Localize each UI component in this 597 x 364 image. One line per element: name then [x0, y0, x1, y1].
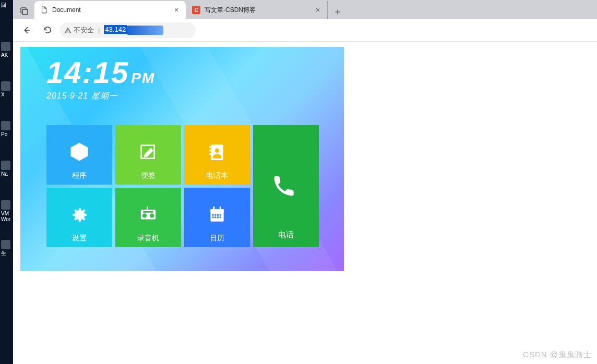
tabstrip: Document × C 写文章-CSDN博客 × ＋ — [13, 0, 597, 19]
desk-label: X — [1, 92, 13, 98]
clock-widget: 14:15PM 2015·9·21 星期一 — [46, 57, 155, 102]
svg-rect-14 — [147, 207, 148, 210]
desk-label: 生 — [1, 250, 13, 256]
tile-label: 电话 — [278, 230, 294, 240]
tab-document[interactable]: Document × — [34, 1, 186, 19]
svg-rect-7 — [209, 146, 211, 148]
desk-label: 回 — [1, 2, 13, 8]
warning-icon — [64, 27, 71, 34]
tile-label: 日历 — [210, 234, 224, 243]
svg-rect-22 — [220, 214, 221, 215]
tile-settings[interactable]: 设置 — [46, 188, 112, 247]
url-text: 43.142 — [104, 26, 163, 35]
tile-label: 便签 — [141, 171, 156, 180]
page-content: 14:15PM 2015·9·21 星期一 程序 便签 — [13, 42, 597, 271]
new-tab-button[interactable]: ＋ — [330, 4, 345, 19]
desk-label: VM Wor — [1, 211, 13, 222]
box-icon — [68, 141, 91, 164]
file-icon — [40, 6, 48, 14]
calendar-icon — [206, 203, 229, 226]
desk-app-icon — [1, 200, 10, 210]
address-bar[interactable]: 不安全 | 43.142 — [60, 22, 196, 38]
svg-rect-1 — [22, 9, 28, 15]
csdn-icon: C — [192, 6, 200, 14]
back-button[interactable] — [18, 22, 35, 39]
tile-grid: 程序 便签 电话本 — [46, 125, 319, 247]
url-selected: 43.142 — [104, 25, 127, 34]
svg-point-6 — [215, 149, 219, 153]
svg-rect-26 — [220, 216, 221, 218]
toolbar: 不安全 | 43.142 — [13, 19, 597, 42]
tab-overview-button[interactable] — [15, 3, 34, 19]
close-icon[interactable]: × — [172, 6, 181, 14]
radio-icon — [137, 203, 160, 226]
svg-rect-19 — [212, 214, 214, 215]
desk-label: Po — [1, 131, 13, 137]
insecure-label: 不安全 — [74, 26, 94, 35]
contacts-icon — [206, 141, 229, 164]
tab-title: Document — [52, 6, 172, 14]
browser-window: Document × C 写文章-CSDN博客 × ＋ 不安全 | 43.142 — [13, 0, 597, 364]
tile-programs[interactable]: 程序 — [46, 125, 112, 185]
clock-date: 2015·9·21 星期一 — [46, 91, 155, 102]
desk-app-icon — [1, 42, 10, 51]
tile-phone[interactable]: 电话 — [253, 125, 319, 247]
svg-rect-9 — [209, 153, 211, 155]
tile-notes[interactable]: 便签 — [115, 125, 181, 185]
close-icon[interactable]: × — [314, 6, 322, 14]
separator: | — [98, 26, 100, 34]
svg-rect-8 — [209, 150, 211, 151]
tile-label: 录音机 — [137, 234, 159, 243]
clock-ampm: PM — [131, 70, 155, 86]
svg-rect-3 — [67, 31, 68, 32]
svg-rect-25 — [217, 216, 219, 218]
tile-contacts[interactable]: 电话本 — [184, 125, 250, 185]
desk-app-icon — [1, 161, 10, 170]
desk-app-icon — [1, 240, 10, 249]
svg-rect-21 — [217, 214, 219, 215]
desk-label: Na — [1, 171, 13, 177]
svg-rect-20 — [214, 214, 216, 215]
note-edit-icon — [137, 141, 160, 164]
tab-csdn[interactable]: C 写文章-CSDN博客 × — [187, 1, 328, 19]
tab-title: 写文章-CSDN博客 — [205, 6, 314, 15]
svg-rect-23 — [212, 216, 214, 218]
tile-calendar[interactable]: 日历 — [184, 188, 250, 247]
svg-rect-17 — [213, 207, 214, 211]
tile-label: 电话本 — [206, 171, 228, 180]
launcher-panel: 14:15PM 2015·9·21 星期一 程序 便签 — [20, 47, 344, 271]
url-redacted — [127, 26, 163, 35]
tile-label: 设置 — [72, 234, 87, 243]
desk-label: AK — [1, 52, 13, 58]
clock-time: 14:15 — [46, 55, 129, 89]
watermark: CSDN @鬼鬼骑士 — [523, 350, 592, 360]
reload-button[interactable] — [39, 22, 56, 39]
tile-label: 程序 — [72, 171, 87, 180]
svg-rect-16 — [210, 209, 223, 212]
gear-icon — [68, 203, 91, 226]
svg-point-12 — [150, 213, 154, 218]
phone-icon — [271, 172, 301, 201]
svg-rect-2 — [67, 29, 68, 31]
svg-rect-24 — [214, 216, 216, 218]
svg-rect-18 — [220, 207, 221, 211]
svg-rect-13 — [143, 211, 153, 213]
svg-point-11 — [142, 213, 147, 218]
desktop-background-strip: 回 AK X Po Na VM Wor 生 — [0, 0, 13, 364]
desk-app-icon — [1, 81, 10, 91]
insecure-badge: 不安全 — [64, 26, 94, 35]
tile-recorder[interactable]: 录音机 — [115, 188, 181, 247]
desk-app-icon — [1, 121, 10, 130]
